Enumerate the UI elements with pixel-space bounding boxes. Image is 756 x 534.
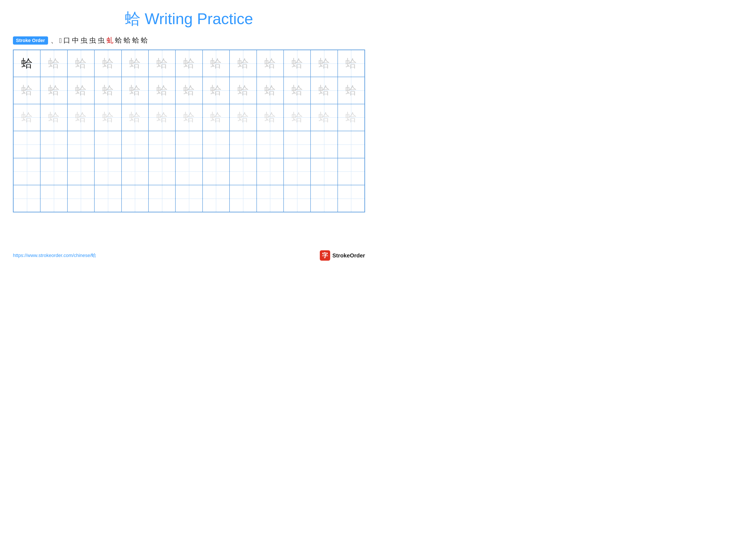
grid-cell[interactable] bbox=[94, 158, 121, 185]
grid-cell[interactable] bbox=[257, 131, 284, 158]
stroke-10: 蛤 bbox=[124, 36, 131, 45]
grid-cell[interactable] bbox=[148, 158, 176, 185]
grid-cell[interactable] bbox=[310, 185, 338, 212]
grid-cell[interactable]: 蛤 bbox=[310, 50, 338, 77]
grid-cell[interactable] bbox=[310, 158, 338, 185]
char-display: 蛤 bbox=[129, 85, 141, 96]
grid-cell[interactable] bbox=[40, 185, 67, 212]
grid-cell[interactable] bbox=[284, 131, 310, 158]
grid-cell[interactable] bbox=[257, 185, 284, 212]
grid-cell[interactable] bbox=[176, 158, 202, 185]
grid-cell[interactable] bbox=[148, 131, 176, 158]
grid-row-6 bbox=[14, 185, 364, 212]
grid-cell[interactable] bbox=[14, 131, 40, 158]
grid-cell[interactable]: 蛤 bbox=[338, 104, 364, 131]
grid-cell[interactable]: 蛤 bbox=[284, 77, 310, 104]
char-display: 蛤 bbox=[75, 112, 86, 123]
char-display: 蛤 bbox=[21, 112, 33, 123]
stroke-5: 虫 bbox=[81, 36, 88, 45]
grid-cell[interactable] bbox=[148, 185, 176, 212]
grid-cell[interactable] bbox=[230, 158, 256, 185]
grid-cell[interactable]: 蛤 bbox=[40, 104, 67, 131]
grid-cell[interactable] bbox=[68, 158, 94, 185]
grid-cell[interactable] bbox=[40, 131, 67, 158]
grid-cell[interactable]: 蛤 bbox=[148, 77, 176, 104]
grid-cell[interactable] bbox=[310, 131, 338, 158]
grid-cell[interactable] bbox=[122, 131, 148, 158]
grid-cell[interactable]: 蛤 bbox=[176, 77, 202, 104]
grid-cell[interactable] bbox=[122, 158, 148, 185]
grid-cell[interactable]: 蛤 bbox=[310, 77, 338, 104]
stroke-order-badge: Stroke Order bbox=[13, 37, 48, 45]
grid-cell[interactable] bbox=[14, 185, 40, 212]
stroke-2: 𠃍 bbox=[59, 37, 62, 45]
char-display: 蛤 bbox=[156, 58, 168, 69]
grid-cell[interactable] bbox=[122, 185, 148, 212]
grid-cell[interactable] bbox=[257, 158, 284, 185]
grid-cell[interactable] bbox=[284, 185, 310, 212]
grid-cell[interactable]: 蛤 bbox=[284, 104, 310, 131]
grid-cell[interactable]: 蛤 bbox=[310, 104, 338, 131]
grid-cell[interactable]: 蛤 bbox=[148, 104, 176, 131]
grid-cell[interactable]: 蛤 bbox=[68, 104, 94, 131]
grid-cell[interactable] bbox=[230, 185, 256, 212]
grid-cell[interactable] bbox=[338, 158, 364, 185]
grid-cell[interactable] bbox=[68, 185, 94, 212]
grid-cell[interactable] bbox=[94, 131, 121, 158]
stroke-8: 虬 bbox=[106, 36, 113, 45]
grid-cell[interactable] bbox=[176, 185, 202, 212]
char-display: 蛤 bbox=[318, 58, 330, 69]
grid-cell[interactable]: 蛤 bbox=[202, 77, 230, 104]
grid-cell[interactable]: 蛤 bbox=[14, 104, 40, 131]
grid-cell[interactable] bbox=[40, 158, 67, 185]
char-display: 蛤 bbox=[21, 58, 33, 69]
grid-cell[interactable]: 蛤 bbox=[40, 50, 67, 77]
grid-cell[interactable] bbox=[202, 131, 230, 158]
practice-grid: 蛤 蛤 蛤 蛤 蛤 蛤 蛤 蛤 蛤 蛤 蛤 蛤 蛤 蛤 蛤 蛤 蛤 蛤 蛤 蛤 … bbox=[13, 50, 365, 213]
grid-cell[interactable] bbox=[230, 131, 256, 158]
grid-cell[interactable]: 蛤 bbox=[68, 50, 94, 77]
grid-cell[interactable] bbox=[202, 158, 230, 185]
grid-cell[interactable]: 蛤 bbox=[230, 104, 256, 131]
grid-cell[interactable]: 蛤 bbox=[122, 77, 148, 104]
grid-cell[interactable] bbox=[338, 131, 364, 158]
grid-cell[interactable]: 蛤 bbox=[338, 50, 364, 77]
grid-cell[interactable]: 蛤 bbox=[14, 50, 40, 77]
grid-cell[interactable] bbox=[14, 158, 40, 185]
grid-cell[interactable] bbox=[338, 185, 364, 212]
grid-cell[interactable] bbox=[202, 185, 230, 212]
grid-cell[interactable]: 蛤 bbox=[94, 77, 121, 104]
grid-cell[interactable] bbox=[94, 185, 121, 212]
footer-url[interactable]: https://www.strokeorder.com/chinese/蛤 bbox=[13, 252, 96, 259]
grid-cell[interactable] bbox=[68, 131, 94, 158]
char-display: 蛤 bbox=[210, 85, 222, 96]
grid-cell[interactable] bbox=[284, 158, 310, 185]
grid-cell[interactable]: 蛤 bbox=[40, 77, 67, 104]
grid-cell[interactable]: 蛤 bbox=[122, 50, 148, 77]
grid-cell[interactable]: 蛤 bbox=[257, 104, 284, 131]
grid-cell[interactable]: 蛤 bbox=[257, 77, 284, 104]
grid-cell[interactable]: 蛤 bbox=[68, 77, 94, 104]
grid-cell[interactable]: 蛤 bbox=[94, 50, 121, 77]
char-display: 蛤 bbox=[48, 58, 60, 69]
grid-cell[interactable]: 蛤 bbox=[230, 77, 256, 104]
grid-cell[interactable]: 蛤 bbox=[148, 50, 176, 77]
stroke-12: 蛤 bbox=[141, 36, 148, 45]
char-display: 蛤 bbox=[156, 85, 168, 96]
grid-cell[interactable]: 蛤 bbox=[230, 50, 256, 77]
grid-cell[interactable]: 蛤 bbox=[94, 104, 121, 131]
grid-cell[interactable]: 蛤 bbox=[338, 77, 364, 104]
grid-cell[interactable]: 蛤 bbox=[14, 77, 40, 104]
grid-cell[interactable]: 蛤 bbox=[122, 104, 148, 131]
grid-cell[interactable]: 蛤 bbox=[176, 50, 202, 77]
grid-cell[interactable] bbox=[176, 131, 202, 158]
grid-cell[interactable]: 蛤 bbox=[176, 104, 202, 131]
grid-cell[interactable]: 蛤 bbox=[202, 104, 230, 131]
char-display: 蛤 bbox=[292, 112, 303, 123]
char-display: 蛤 bbox=[210, 58, 222, 69]
grid-cell[interactable]: 蛤 bbox=[284, 50, 310, 77]
char-display: 蛤 bbox=[21, 85, 33, 96]
grid-cell[interactable]: 蛤 bbox=[257, 50, 284, 77]
grid-cell[interactable]: 蛤 bbox=[202, 50, 230, 77]
stroke-6: 虫 bbox=[89, 36, 96, 45]
